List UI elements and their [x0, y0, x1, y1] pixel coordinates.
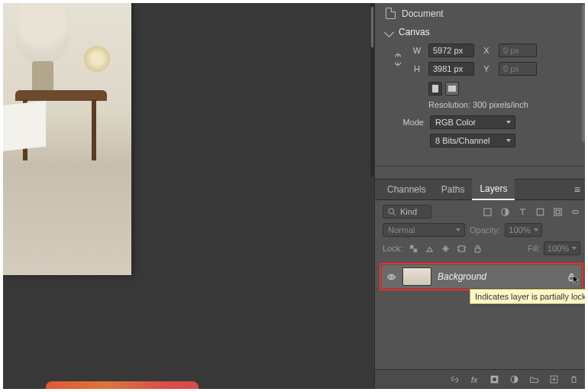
x-label: X: [480, 46, 493, 55]
width-input[interactable]: 5972 px: [428, 44, 474, 57]
y-input: 0 px: [499, 62, 537, 76]
tab-channels[interactable]: Channels: [380, 179, 434, 200]
layers-bottom-bar: fx: [375, 369, 588, 389]
canvas-section-label: Canvas: [399, 27, 430, 37]
x-input: 0 px: [499, 44, 537, 57]
filter-pixel-icon[interactable]: [482, 206, 493, 217]
y-label: Y: [480, 64, 493, 73]
height-input[interactable]: 3981 px: [428, 62, 474, 76]
tab-layers[interactable]: Layers: [472, 179, 515, 200]
filter-toggle-icon[interactable]: [570, 206, 580, 217]
color-mode-select[interactable]: RGB Color: [430, 115, 515, 129]
opacity-label: Opacity:: [470, 225, 500, 235]
tab-paths[interactable]: Paths: [434, 179, 473, 200]
link-dimensions-icon[interactable]: [390, 50, 405, 69]
lock-all-icon[interactable]: [472, 243, 483, 254]
new-group-icon[interactable]: [528, 374, 539, 385]
document-icon: [386, 8, 396, 19]
lock-artboard-icon[interactable]: [456, 243, 467, 254]
svg-rect-7: [410, 245, 414, 248]
properties-panel: Document Canvas W 5972 px X 0 px H 3981 …: [374, 0, 588, 392]
mode-label: Mode: [399, 118, 424, 127]
panel-divider: [375, 166, 588, 167]
adjustment-layer-icon[interactable]: [509, 374, 519, 385]
search-icon: [386, 206, 397, 217]
height-label: H: [412, 64, 422, 73]
filter-adjustment-icon[interactable]: [499, 206, 510, 217]
panel-menu-icon[interactable]: ≡: [574, 183, 583, 196]
fill-label: Fill:: [528, 244, 541, 253]
svg-rect-8: [413, 248, 417, 252]
blend-mode-select[interactable]: Normal: [383, 223, 465, 237]
lock-transparency-icon[interactable]: [408, 243, 418, 254]
svg-rect-4: [554, 208, 561, 215]
document-image[interactable]: [0, 0, 131, 275]
opacity-input[interactable]: 100%: [505, 223, 541, 237]
svg-rect-6: [572, 210, 577, 213]
canvas-section-toggle[interactable]: Canvas: [386, 27, 577, 37]
lock-position-icon[interactable]: [440, 243, 451, 254]
canvas-area[interactable]: [0, 0, 376, 386]
svg-point-0: [389, 209, 394, 214]
layer-row-background[interactable]: Background: [380, 263, 583, 290]
filter-smartobject-icon[interactable]: [552, 206, 563, 217]
svg-point-14: [492, 377, 496, 381]
layer-name[interactable]: Background: [438, 271, 486, 282]
add-mask-icon[interactable]: [489, 374, 499, 385]
resolution-text: Resolution: 300 pixels/inch: [428, 100, 577, 109]
lock-icon[interactable]: [565, 271, 577, 283]
bit-depth-select[interactable]: 8 Bits/Channel: [430, 134, 515, 147]
layer-thumbnail[interactable]: [402, 267, 431, 286]
dock-fragment: [46, 381, 199, 389]
filter-shape-icon[interactable]: [535, 206, 545, 217]
svg-rect-10: [475, 248, 480, 252]
orientation-landscape-button[interactable]: [445, 82, 459, 96]
visibility-eye-icon[interactable]: [386, 271, 396, 282]
svg-rect-3: [537, 209, 543, 215]
width-label: W: [412, 46, 422, 55]
orientation-portrait-button[interactable]: [428, 82, 442, 96]
lock-tooltip: Indicates layer is partially locked: [470, 289, 588, 304]
fill-input[interactable]: 100%: [544, 241, 580, 255]
link-layers-icon[interactable]: [449, 374, 460, 385]
lock-label: Lock:: [383, 244, 402, 253]
filter-type-icon[interactable]: [517, 206, 528, 217]
delete-layer-icon[interactable]: [568, 374, 579, 385]
lock-image-icon[interactable]: [424, 243, 435, 254]
svg-rect-1: [483, 208, 490, 215]
svg-rect-9: [459, 245, 464, 251]
layer-filter-label: Kind: [400, 207, 417, 216]
layer-fx-icon[interactable]: fx: [469, 374, 480, 385]
document-label: Document: [402, 8, 444, 19]
svg-rect-5: [556, 210, 560, 214]
layer-filter-kind[interactable]: Kind: [383, 205, 431, 219]
cursor-icon: [571, 275, 580, 287]
svg-point-11: [390, 276, 393, 278]
new-layer-icon[interactable]: [548, 374, 559, 385]
